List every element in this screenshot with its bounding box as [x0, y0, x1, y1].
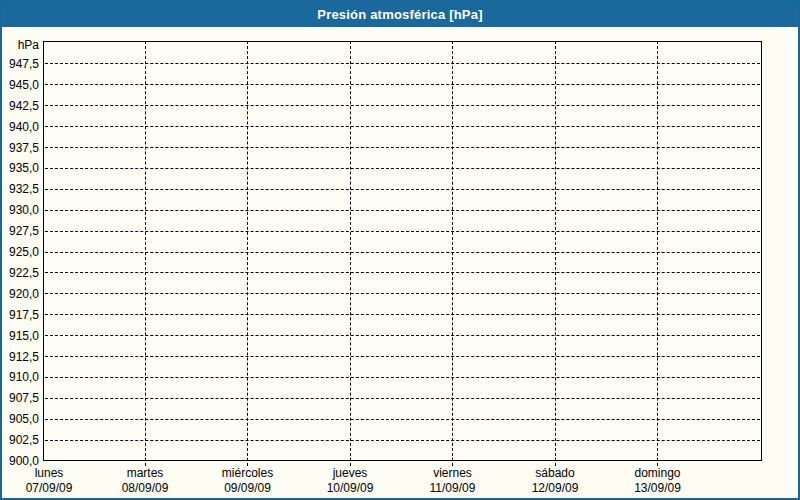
y-axis-label: 930,0 [2, 203, 39, 217]
day-name: martes [93, 466, 197, 481]
chart-window-frame: Presión atmosférica [hPa] hPa 947,5945,0… [0, 0, 800, 500]
h-gridline [45, 147, 760, 148]
v-gridline [452, 41, 453, 466]
x-axis-day-label: lunes07/09/09 [0, 466, 101, 496]
day-date: 12/09/09 [503, 481, 607, 496]
y-axis-label: 910,0 [2, 370, 39, 384]
h-gridline [45, 210, 760, 211]
y-axis-label: 932,5 [2, 182, 39, 196]
v-gridline [657, 41, 658, 466]
x-axis-day-label: martes08/09/09 [93, 466, 197, 496]
h-gridline [45, 419, 760, 420]
h-gridline [45, 63, 760, 64]
day-date: 13/09/09 [606, 481, 710, 496]
chart-area: hPa 947,5945,0942,5940,0937,5935,0932,59… [2, 2, 798, 498]
day-date: 07/09/09 [0, 481, 101, 496]
h-gridline [45, 293, 760, 294]
h-gridline [45, 440, 760, 441]
y-axis-label: 935,0 [2, 161, 39, 175]
y-axis-label: 937,5 [2, 141, 39, 155]
y-axis-label: 907,5 [2, 391, 39, 405]
h-gridline [45, 105, 760, 106]
y-axis-label: 922,5 [2, 266, 39, 280]
y-axis-label: 915,0 [2, 329, 39, 343]
y-axis-label: 920,0 [2, 287, 39, 301]
h-gridline [45, 231, 760, 232]
day-name: viernes [401, 466, 505, 481]
day-name: domingo [606, 466, 710, 481]
y-axis-label: 940,0 [2, 120, 39, 134]
day-date: 10/09/09 [298, 481, 402, 496]
h-gridline [45, 335, 760, 336]
v-gridline [555, 41, 556, 466]
h-gridline [45, 84, 760, 85]
h-gridline [45, 356, 760, 357]
h-gridline [45, 189, 760, 190]
y-axis-label: 902,5 [2, 433, 39, 447]
x-axis-day-label: domingo13/09/09 [606, 466, 710, 496]
y-axis-label: 947,5 [2, 57, 39, 71]
y-axis-label: 945,0 [2, 78, 39, 92]
h-gridline [45, 168, 760, 169]
h-gridline [45, 314, 760, 315]
y-axis-label: 925,0 [2, 245, 39, 259]
day-date: 08/09/09 [93, 481, 197, 496]
y-axis-unit-label: hPa [2, 38, 39, 52]
h-gridline [45, 398, 760, 399]
day-date: 11/09/09 [401, 481, 505, 496]
day-name: sábado [503, 466, 607, 481]
day-name: lunes [0, 466, 101, 481]
x-axis-day-label: viernes11/09/09 [401, 466, 505, 496]
x-axis-day-label: jueves10/09/09 [298, 466, 402, 496]
y-axis-label: 917,5 [2, 308, 39, 322]
y-axis-label: 905,0 [2, 412, 39, 426]
y-axis-label: 927,5 [2, 224, 39, 238]
y-axis-label: 942,5 [2, 99, 39, 113]
y-axis-label: 912,5 [2, 350, 39, 364]
v-gridline [350, 41, 351, 466]
h-gridline [45, 126, 760, 127]
x-axis-day-label: sábado12/09/09 [503, 466, 607, 496]
x-axis-day-label: miércoles09/09/09 [196, 466, 300, 496]
day-name: jueves [298, 466, 402, 481]
v-gridline [145, 41, 146, 466]
v-gridline [247, 41, 248, 466]
h-gridline [45, 377, 760, 378]
h-gridline [45, 252, 760, 253]
h-gridline [45, 272, 760, 273]
day-date: 09/09/09 [196, 481, 300, 496]
day-name: miércoles [196, 466, 300, 481]
